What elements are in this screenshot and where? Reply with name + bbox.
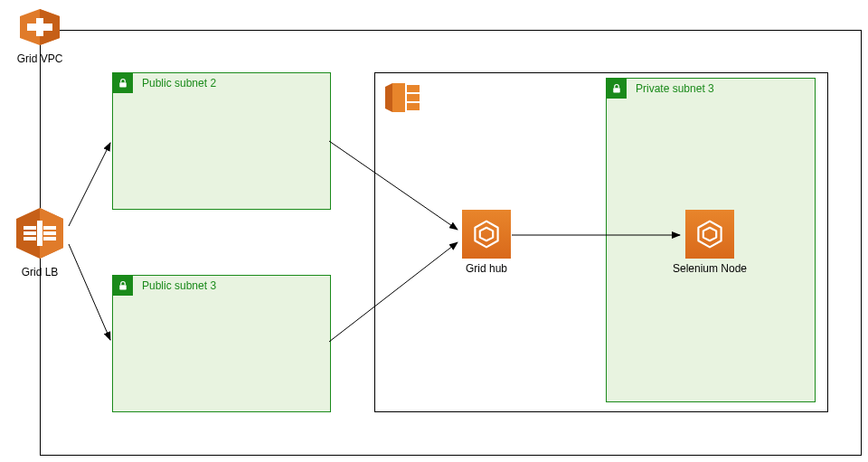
svg-marker-15: [385, 83, 392, 112]
lb-icon-block: Grid LB: [11, 204, 69, 278]
ecs-service-icon: [685, 210, 734, 259]
svg-marker-21: [475, 222, 497, 248]
vpc-icon-block: Grid VPC: [14, 5, 65, 65]
svg-marker-16: [392, 83, 405, 112]
ecs-service-icon: [462, 210, 511, 259]
ecs-cluster-icon: [383, 80, 423, 116]
svg-rect-13: [119, 82, 127, 87]
lb-label: Grid LB: [11, 266, 69, 278]
svg-rect-20: [613, 88, 620, 92]
selenium-node-label: Selenium Node: [669, 262, 750, 275]
svg-rect-17: [407, 85, 420, 92]
svg-rect-14: [119, 285, 127, 289]
lock-icon: [113, 276, 133, 296]
vpc-icon: [14, 5, 65, 49]
grid-hub-node: Grid hub: [450, 210, 523, 275]
svg-rect-3: [27, 24, 52, 31]
svg-marker-23: [698, 222, 721, 248]
grid-hub-label: Grid hub: [450, 262, 523, 275]
public-subnet-3: Public subnet 3: [112, 275, 331, 412]
svg-rect-7: [24, 231, 36, 235]
private-subnet-3-label: Private subnet 3: [636, 82, 714, 95]
svg-rect-10: [43, 231, 56, 235]
svg-marker-24: [703, 228, 716, 240]
lock-icon: [113, 73, 133, 93]
svg-rect-12: [37, 221, 42, 246]
load-balancer-icon: [11, 204, 69, 262]
svg-rect-11: [43, 237, 56, 240]
svg-rect-6: [24, 226, 36, 230]
selenium-node: Selenium Node: [669, 210, 750, 275]
svg-rect-18: [407, 94, 420, 101]
svg-rect-9: [43, 226, 56, 230]
svg-rect-19: [407, 103, 420, 110]
svg-marker-22: [480, 228, 493, 240]
svg-rect-8: [24, 237, 36, 240]
public-subnet-2: Public subnet 2: [112, 72, 331, 210]
lock-icon: [607, 79, 627, 99]
public-subnet-3-label: Public subnet 3: [142, 279, 216, 292]
public-subnet-2-label: Public subnet 2: [142, 77, 216, 90]
vpc-label: Grid VPC: [14, 52, 65, 65]
